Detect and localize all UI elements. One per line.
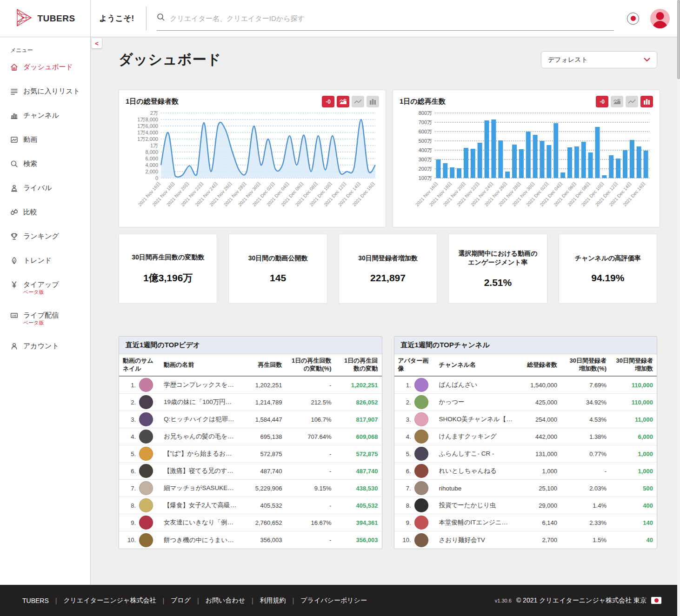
video-name[interactable]: 19歳の妹に「100万円用意... xyxy=(160,397,241,408)
channel-name[interactable]: SHOKO美チャンネル【40... xyxy=(435,414,517,425)
video-name[interactable]: お兄ちゃんの髪の毛をぐち... xyxy=(160,431,241,442)
search-bar[interactable] xyxy=(157,7,614,31)
video-row[interactable]: 3. Q:ヒッチハイクは犯罪です... 1,584,447 106.7% 817… xyxy=(119,411,382,428)
page-scrollbar[interactable] xyxy=(677,0,680,616)
language-flag-button[interactable] xyxy=(627,13,639,25)
stat-card-0: 30日間再生回数の変動数 1億3,196万 xyxy=(119,234,217,304)
footer-link-0[interactable]: TUBERS xyxy=(22,597,49,604)
brand-logo[interactable]: TUBERS xyxy=(0,0,91,37)
channel-avatar xyxy=(414,412,428,426)
channel-name[interactable]: ばんばんざい xyxy=(435,379,517,391)
stat-card-1: 30日間の動画公開数 145 xyxy=(228,234,327,304)
svg-text:8,000: 8,000 xyxy=(145,149,158,155)
sidebar-item-yen[interactable]: タイアップベータ版 xyxy=(10,280,90,295)
video-row[interactable]: 10. 餅つき機の中にうまい棒100... 356,003 - 356,003 xyxy=(119,531,382,549)
channel-row[interactable]: 5. ふらんしすこ- CR - 131,000 0.77% 1,000 xyxy=(394,445,657,463)
video-name[interactable]: 【激痛】寝てる兄のすね毛... xyxy=(160,465,241,477)
video-row[interactable]: 4. お兄ちゃんの髪の毛をぐち... 695,138 707.64% 609,0… xyxy=(119,428,382,445)
video-row[interactable]: 7. 細マッチョがSASUKEのオー... 5,229,906 9.15% 43… xyxy=(119,480,382,497)
video-thumbnail xyxy=(139,481,153,495)
bar-chart-mode-button[interactable] xyxy=(640,96,653,107)
video-row[interactable]: 2. 19歳の妹に「100万円用意... 1,214,789 212.5% 82… xyxy=(119,394,382,411)
column-header: 動画の名前 xyxy=(160,359,241,371)
channel-row[interactable]: 10. さおり麺好会TV 2,700 1.5% 40 xyxy=(394,531,657,549)
rank-number: 1. xyxy=(401,382,411,389)
channel-name[interactable]: rihotube xyxy=(435,484,517,493)
video-row[interactable]: 1. 学歴コンプレックスを治す... 1,202,251 - 1,202,251 xyxy=(119,377,382,394)
subscribers-chart-card: 1日の総登録者数 -0 2万1万8,0001万6,0001万4,0001万2,0… xyxy=(119,90,386,227)
sidebar-item-live[interactable]: LIVE ライブ配信ベータ版 xyxy=(10,311,90,326)
video-name[interactable]: 【"ば"】から始まるおかずだ... xyxy=(160,448,241,459)
channel-name[interactable]: ふらんしすこ- CR - xyxy=(435,448,517,459)
video-name[interactable]: 餅つき機の中にうまい棒100... xyxy=(160,535,241,546)
rank-number: 1. xyxy=(126,382,136,389)
channel-name[interactable]: かっつー xyxy=(435,397,517,408)
video-row[interactable]: 9. 女友達にいきなり「例のマ... 2,760,652 16.67% 394,… xyxy=(119,514,382,531)
sidebar-item-compare[interactable]: 比較 xyxy=(10,208,90,216)
sidebar-item-trophy[interactable]: ランキング xyxy=(10,232,90,240)
channel-name[interactable]: 本堂俊輔のITエンジニアチ... xyxy=(435,517,517,528)
channel-row[interactable]: 6. れいとしちゃんねる 1,000 - 1,000 xyxy=(394,463,657,480)
sidebar-item-channel-chart[interactable]: チャンネル xyxy=(10,111,90,119)
subscriber-count: 6,140 xyxy=(516,518,561,528)
video-thumbnail xyxy=(139,464,153,478)
footer-link-3[interactable]: お問い合わせ xyxy=(206,596,245,605)
footer-link-2[interactable]: ブログ xyxy=(171,596,191,605)
channel-row[interactable]: 2. かっつー 425,000 34.92% 110,000 xyxy=(394,394,657,411)
svg-text:300万: 300万 xyxy=(419,157,432,162)
area-chart-mode-button[interactable] xyxy=(337,96,349,107)
change-percent: - xyxy=(286,449,335,459)
channel-name[interactable]: けんますクッキング xyxy=(435,431,517,442)
footer-link-1[interactable]: クリエイターニンジャ株式会社 xyxy=(63,596,156,605)
channel-name[interactable]: さおり麺好会TV xyxy=(435,535,517,546)
user-avatar[interactable] xyxy=(650,9,670,28)
sidebar-item-rival[interactable]: ライバル xyxy=(10,184,90,192)
video-name[interactable]: 学歴コンプレックスを治す... xyxy=(160,379,241,391)
channel-filter-dropdown[interactable]: デフォレスト xyxy=(541,51,657,68)
video-name[interactable]: Q:ヒッチハイクは犯罪です... xyxy=(160,414,241,425)
svg-text:1万: 1万 xyxy=(150,143,158,148)
channel-row[interactable]: 4. けんますクッキング 442,000 1.38% 6,000 xyxy=(394,428,657,445)
video-header-row: 動画のサムネイル動画の名前再生回数1日の再生回数の変動(%)1日の再生回数の変動 xyxy=(119,354,382,377)
channel-row[interactable]: 8. 投資でーたかじり虫 29,000 1.4% 400 xyxy=(394,497,657,514)
channel-name[interactable]: 投資でーたかじり虫 xyxy=(435,500,517,511)
area-chart-mode-button[interactable] xyxy=(611,96,623,107)
channel-avatar xyxy=(414,430,428,444)
chart-threshold-badge[interactable]: -0 xyxy=(322,96,334,107)
svg-text:400万: 400万 xyxy=(419,147,432,153)
channel-row[interactable]: 1. ばんばんざい 1,540,000 7.69% 110,000 xyxy=(394,377,657,394)
video-row[interactable]: 6. 【激痛】寝てる兄のすね毛... 487,740 - 487,740 xyxy=(119,463,382,480)
video-name[interactable]: 【爆食】女子2人で高級寿司... xyxy=(160,500,241,511)
video-row[interactable]: 5. 【"ば"】から始まるおかずだ... 572,875 - 572,875 xyxy=(119,445,382,463)
bar-chart-mode-button[interactable] xyxy=(367,96,379,107)
sidebar-item-video[interactable]: 動画 xyxy=(10,135,90,144)
welcome-text: ようこそ! xyxy=(91,0,146,37)
svg-text:4,000: 4,000 xyxy=(145,162,158,168)
subscriber-count: 131,000 xyxy=(516,449,561,459)
sidebar-item-trend[interactable]: トレンド xyxy=(10,256,90,265)
footer-link-5[interactable]: プライバシーポリシー xyxy=(300,596,367,605)
change-value: 609,068 xyxy=(335,432,382,442)
channel-name[interactable]: れいとしちゃんねる xyxy=(435,465,517,477)
subscriber-count: 25,100 xyxy=(516,484,561,493)
chevron-down-icon xyxy=(644,58,650,62)
channel-row[interactable]: 3. SHOKO美チャンネル【40... 254,000 4.53% 11,00… xyxy=(394,411,657,428)
video-row[interactable]: 8. 【爆食】女子2人で高級寿司... 405,532 - 405,532 xyxy=(119,497,382,514)
footer-link-4[interactable]: 利用規約 xyxy=(260,596,286,605)
search-input[interactable] xyxy=(170,14,614,22)
sidebar-item-account[interactable]: アカウント xyxy=(10,342,90,350)
video-name[interactable]: 女友達にいきなり「例のマ... xyxy=(160,517,241,528)
video-name[interactable]: 細マッチョがSASUKEのオー... xyxy=(160,483,241,494)
chart-threshold-badge[interactable]: -0 xyxy=(596,96,608,107)
page-title: ダッシュボード xyxy=(119,50,221,69)
channel-row[interactable]: 9. 本堂俊輔のITエンジニアチ... 6,140 2.33% 140 xyxy=(394,514,657,531)
sidebar-item-search[interactable]: 検索 xyxy=(10,159,90,168)
sidebar-item-list[interactable]: お気に入りリスト xyxy=(10,87,90,95)
line-chart-mode-button[interactable] xyxy=(626,96,638,107)
channel-row[interactable]: 7. rihotube 25,100 2.03% 500 xyxy=(394,480,657,497)
bar-chart-icon xyxy=(369,99,377,105)
line-chart-mode-button[interactable] xyxy=(352,96,364,107)
column-header: チャンネル名 xyxy=(435,359,517,371)
sidebar-item-home[interactable]: ダッシュボード xyxy=(10,63,90,71)
sidebar-collapse-button[interactable]: < xyxy=(92,38,102,48)
